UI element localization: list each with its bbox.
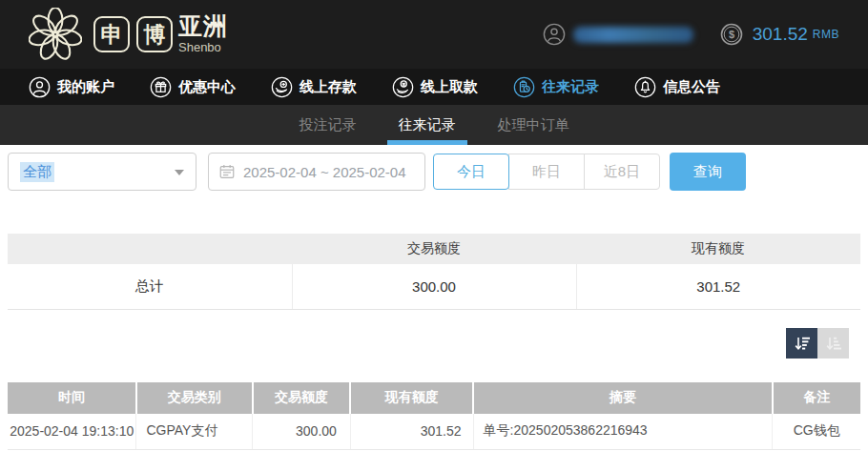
username-redacted[interactable] <box>573 27 693 43</box>
nav-item-withdraw[interactable]: 线上取款 <box>392 76 478 98</box>
summary-total-amount: 300.00 <box>292 264 576 309</box>
date-range-input[interactable]: 2025-02-04 ~ 2025-02-04 <box>208 153 425 191</box>
balance-currency: RMB <box>813 28 839 41</box>
nav-label: 优惠中心 <box>178 78 236 96</box>
col-type: 交易类别 <box>136 382 253 414</box>
cell-note: CG钱包 <box>773 414 860 450</box>
sort-ascending-icon <box>824 334 843 353</box>
nav-item-announcements[interactable]: 信息公告 <box>634 76 720 98</box>
content-area: 全部 2025-02-04 ~ 2025-02-04 今日 昨日 近8日 查询 <box>0 145 868 450</box>
sort-ascending-button[interactable] <box>817 328 849 359</box>
tab-bet-records[interactable]: 投注记录 <box>296 105 361 145</box>
records-icon <box>513 76 535 98</box>
col-amount: 交易额度 <box>253 382 351 414</box>
today-button[interactable]: 今日 <box>433 154 509 190</box>
cell-summary: 单号:202502053862216943 <box>473 414 773 450</box>
main-nav: 我的账户 优惠中心 线上存款 <box>0 69 868 105</box>
quick-date-group: 今日 昨日 近8日 <box>433 153 660 190</box>
nav-label: 线上存款 <box>300 78 357 96</box>
type-select[interactable]: 全部 <box>8 153 196 191</box>
tab-transaction-records[interactable]: 往来记录 <box>395 105 460 145</box>
logo-flower-icon <box>29 8 82 61</box>
col-note: 备注 <box>773 382 860 414</box>
nav-label: 信息公告 <box>663 78 720 96</box>
nav-item-promotions[interactable]: 优惠中心 <box>150 76 236 98</box>
summary-total-balance: 301.52 <box>576 264 860 309</box>
summary-total-row: 总计 300.00 301.52 <box>8 264 860 309</box>
logo[interactable]: 申 博 亚洲 Shenbo <box>29 8 228 61</box>
cell-amount: 300.00 <box>253 414 351 450</box>
query-button[interactable]: 查询 <box>670 153 746 191</box>
summary-table: 交易额度 现有额度 总计 300.00 301.52 <box>8 234 860 310</box>
summary-col-current-balance: 现有额度 <box>576 234 860 264</box>
nav-label: 线上取款 <box>421 78 478 96</box>
logo-char-shen: 申 <box>93 16 130 52</box>
balance-amount[interactable]: 301.52 <box>753 24 808 45</box>
summary-total-label: 总计 <box>8 264 292 309</box>
last-8-days-button[interactable]: 近8日 <box>584 154 660 190</box>
col-time: 时间 <box>8 382 136 414</box>
transactions-header-row: 时间 交易类别 交易额度 现有额度 摘要 备注 <box>8 382 860 414</box>
deposit-icon <box>271 76 293 98</box>
sort-controls <box>8 328 849 359</box>
date-range-value: 2025-02-04 ~ 2025-02-04 <box>243 164 406 180</box>
col-summary: 摘要 <box>473 382 773 414</box>
bell-icon <box>634 76 656 98</box>
logo-region-text: 亚洲 <box>178 14 228 38</box>
summary-header-row: 交易额度 现有额度 <box>8 234 860 264</box>
nav-label: 往来记录 <box>542 78 599 96</box>
yesterday-button[interactable]: 昨日 <box>508 154 585 190</box>
table-row: 2025-02-04 19:13:10 CGPAY支付 300.00 301.5… <box>8 414 860 450</box>
cell-type: CGPAY支付 <box>136 414 253 450</box>
chevron-down-icon <box>175 170 184 175</box>
sub-nav: 投注记录 往来记录 处理中订单 <box>0 105 868 145</box>
logo-subtitle: Shenbo <box>178 40 228 54</box>
nav-item-deposit[interactable]: 线上存款 <box>271 76 357 98</box>
type-select-value: 全部 <box>20 162 54 182</box>
withdraw-icon <box>392 76 414 98</box>
transactions-table: 时间 交易类别 交易额度 现有额度 摘要 备注 2025-02-04 19:13… <box>8 382 860 451</box>
logo-char-bo: 博 <box>136 16 173 52</box>
user-icon[interactable] <box>543 23 566 46</box>
summary-col-blank <box>8 234 292 264</box>
cell-time: 2025-02-04 19:13:10 <box>8 414 136 450</box>
sort-descending-icon <box>793 334 812 353</box>
user-icon <box>29 76 51 98</box>
dollar-coin-icon: $ <box>720 23 743 46</box>
gift-icon <box>150 76 172 98</box>
top-header: 申 博 亚洲 Shenbo $ 301.52 RMB <box>0 0 868 69</box>
nav-item-my-account[interactable]: 我的账户 <box>29 76 114 98</box>
nav-item-records[interactable]: 往来记录 <box>513 76 599 98</box>
filter-row: 全部 2025-02-04 ~ 2025-02-04 今日 昨日 近8日 查询 <box>8 153 860 191</box>
col-balance: 现有额度 <box>350 382 473 414</box>
tab-pending-orders[interactable]: 处理中订单 <box>494 105 573 145</box>
svg-text:$: $ <box>729 29 734 40</box>
sort-descending-button[interactable] <box>786 328 817 359</box>
calendar-icon <box>218 163 236 180</box>
summary-col-transaction-amount: 交易额度 <box>292 234 576 264</box>
cell-balance: 301.52 <box>350 414 473 450</box>
nav-label: 我的账户 <box>57 78 114 96</box>
account-area: $ 301.52 RMB <box>543 23 839 46</box>
